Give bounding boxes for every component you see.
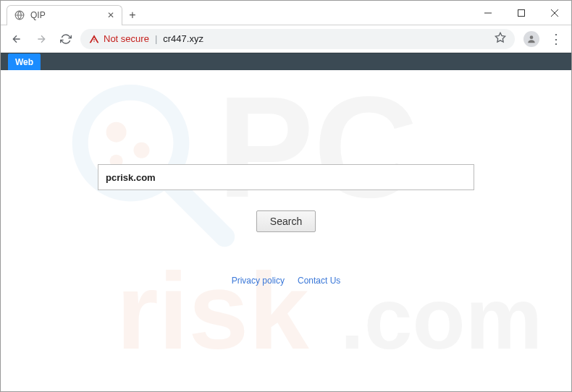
profile-avatar[interactable] bbox=[523, 31, 539, 47]
tab-title: QIP bbox=[30, 10, 46, 20]
reload-button[interactable] bbox=[56, 29, 76, 49]
footer-links: Privacy policy Contact Us bbox=[232, 276, 341, 286]
address-bar[interactable]: Not secure | cr447.xyz bbox=[80, 29, 515, 49]
forward-button[interactable] bbox=[31, 29, 51, 49]
web-tab[interactable]: Web bbox=[8, 54, 41, 70]
minimize-button[interactable] bbox=[471, 1, 505, 25]
warning-icon bbox=[89, 34, 99, 44]
privacy-policy-link[interactable]: Privacy policy bbox=[232, 276, 285, 286]
toolbar-right: ⋮ bbox=[519, 31, 565, 47]
close-window-button[interactable] bbox=[538, 1, 571, 25]
close-tab-icon[interactable]: ✕ bbox=[107, 10, 114, 20]
svg-marker-5 bbox=[495, 33, 505, 42]
search-input[interactable] bbox=[98, 164, 474, 190]
window-controls bbox=[471, 1, 571, 25]
search-button[interactable]: Search bbox=[256, 210, 316, 232]
address-separator: | bbox=[155, 33, 157, 44]
back-button[interactable] bbox=[7, 29, 27, 49]
browser-tab[interactable]: QIP ✕ bbox=[7, 5, 122, 25]
new-tab-button[interactable]: + bbox=[122, 5, 143, 25]
page-tab-strip: Web bbox=[1, 53, 571, 70]
contact-us-link[interactable]: Contact Us bbox=[298, 276, 340, 286]
security-indicator[interactable]: Not secure bbox=[89, 33, 149, 44]
menu-button[interactable]: ⋮ bbox=[547, 31, 565, 47]
titlebar: QIP ✕ + bbox=[1, 1, 571, 25]
toolbar: Not secure | cr447.xyz ⋮ bbox=[1, 25, 571, 53]
globe-icon bbox=[14, 10, 25, 20]
page-content: PC risk .com Web Search Privacy policy C… bbox=[1, 53, 571, 391]
svg-rect-2 bbox=[518, 9, 525, 16]
web-tab-label: Web bbox=[15, 57, 33, 67]
bookmark-star-icon[interactable] bbox=[495, 32, 506, 46]
url-text: cr447.xyz bbox=[163, 33, 203, 44]
browser-window: QIP ✕ + Not secu bbox=[0, 0, 572, 392]
svg-point-6 bbox=[530, 35, 534, 39]
maximize-button[interactable] bbox=[505, 1, 538, 25]
not-secure-label: Not secure bbox=[104, 33, 149, 44]
person-icon bbox=[526, 34, 537, 44]
search-area: Search Privacy policy Contact Us bbox=[1, 70, 571, 286]
